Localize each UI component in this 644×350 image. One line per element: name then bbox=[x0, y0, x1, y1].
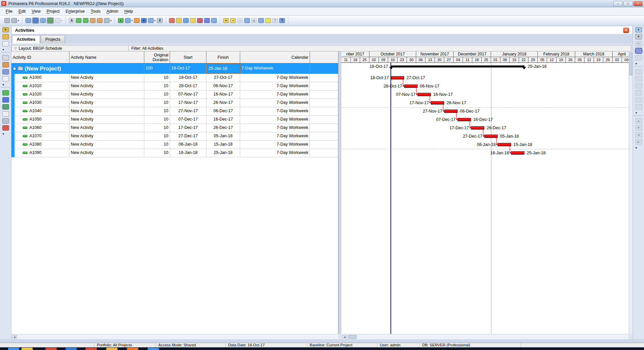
project-name-cell[interactable]: −(New Project) bbox=[11, 63, 144, 74]
activity-duration-cell[interactable]: 10 bbox=[144, 141, 170, 149]
select-mode-button[interactable] bbox=[47, 18, 53, 23]
activity-calendar-cell[interactable]: 7-Day Workweek bbox=[240, 74, 310, 82]
add-button[interactable]: + bbox=[635, 27, 642, 32]
risks-window-button[interactable] bbox=[2, 125, 9, 131]
activity-id-cell[interactable]: A1090 bbox=[15, 149, 69, 157]
close-button[interactable]: × bbox=[633, 1, 643, 6]
help-button[interactable]: ? bbox=[272, 18, 278, 23]
activity-name-cell[interactable]: New Activity bbox=[69, 107, 144, 116]
activity-duration-cell[interactable]: 10 bbox=[144, 107, 170, 116]
activity-id-cell[interactable]: A1010 bbox=[15, 82, 69, 91]
assign-resource-button[interactable] bbox=[635, 69, 642, 74]
projects-window-button[interactable] bbox=[2, 55, 9, 60]
activity-calendar-cell[interactable]: 7-Day Workweek bbox=[240, 149, 310, 157]
summary-empty-cell[interactable] bbox=[310, 63, 338, 74]
activity-start-cell[interactable]: 06-Jan-18 bbox=[170, 141, 206, 149]
group-sort-button[interactable]: ▾ bbox=[148, 18, 156, 23]
move-right-button[interactable]: ► bbox=[635, 139, 642, 145]
activity-bar[interactable] bbox=[404, 84, 418, 88]
collapse-arrow-icon[interactable]: ◄ bbox=[0, 48, 11, 51]
summary-duration-cell[interactable]: 100 bbox=[144, 63, 170, 74]
column-header-activity-id[interactable]: Activity ID▿ bbox=[11, 51, 69, 63]
copy-button[interactable] bbox=[635, 48, 642, 53]
activity-calendar-cell[interactable]: 7-Day Workweek bbox=[240, 124, 310, 132]
progress-spotlight-button[interactable] bbox=[190, 18, 196, 23]
gantt-horizontal-scrollbar[interactable]: ◄ bbox=[341, 334, 629, 339]
remove-assignment-button[interactable] bbox=[635, 83, 642, 89]
activity-finish-cell[interactable]: 26-Dec-17 bbox=[206, 124, 240, 132]
trace-logic-button[interactable] bbox=[183, 18, 189, 23]
scrollbar-thumb[interactable] bbox=[629, 52, 632, 75]
summary-finish-cell[interactable]: 25-Jan-18 bbox=[206, 63, 240, 74]
show-gantt-button[interactable] bbox=[32, 18, 39, 23]
activity-name-cell[interactable]: New Activity bbox=[69, 116, 144, 124]
taskbar-icon[interactable] bbox=[127, 348, 138, 350]
activity-bar[interactable] bbox=[418, 93, 431, 96]
activity-id-cell[interactable]: A1040 bbox=[15, 107, 69, 116]
activity-start-cell[interactable]: 17-Dec-17 bbox=[170, 124, 206, 132]
activity-calendar-cell[interactable]: 7-Day Workweek bbox=[240, 91, 310, 99]
resource-assignments-button[interactable] bbox=[204, 18, 210, 23]
taskbar-icon[interactable] bbox=[21, 348, 33, 350]
activity-bar[interactable] bbox=[431, 101, 444, 105]
paste-button[interactable] bbox=[635, 55, 642, 60]
scroll-left-arrow[interactable]: ◄ bbox=[12, 335, 17, 339]
resources-window-button[interactable] bbox=[2, 62, 9, 67]
activity-id-cell[interactable]: A1050 bbox=[15, 116, 69, 124]
activity-calendar-cell[interactable]: 7-Day Workweek bbox=[240, 116, 310, 124]
assign-predecessor-button[interactable] bbox=[635, 90, 642, 96]
activity-finish-cell[interactable]: 05-Jan-18 bbox=[206, 132, 240, 141]
activity-finish-cell[interactable]: 27-Oct-17 bbox=[206, 74, 240, 82]
timescale-button[interactable] bbox=[134, 18, 140, 23]
activity-finish-cell[interactable]: 25-Jan-18 bbox=[206, 149, 240, 157]
column-header-calendar[interactable]: Calendar bbox=[240, 51, 310, 63]
activity-empty-cell[interactable] bbox=[310, 124, 338, 132]
import-button[interactable] bbox=[2, 41, 9, 46]
activity-bar[interactable] bbox=[391, 76, 404, 79]
maximize-button[interactable]: □ bbox=[623, 1, 633, 6]
show-table-button[interactable] bbox=[25, 18, 31, 23]
move-down-button[interactable]: ▼ bbox=[635, 125, 642, 131]
menu-view[interactable]: View bbox=[29, 8, 44, 15]
activity-duration-cell[interactable]: 10 bbox=[144, 74, 170, 82]
cut-button[interactable]: ✂ bbox=[635, 41, 642, 46]
layout-selector[interactable]: ▽ Layout: BBGP-Schedule bbox=[12, 45, 129, 51]
table-horizontal-scrollbar[interactable]: ◄ bbox=[11, 334, 338, 339]
activity-finish-cell[interactable]: 26-Nov-17 bbox=[206, 99, 240, 107]
column-header-finish[interactable]: Finish bbox=[206, 51, 240, 63]
activity-start-cell[interactable]: 28-Oct-17 bbox=[170, 82, 206, 91]
close-view-button[interactable]: × bbox=[623, 28, 629, 33]
open-project-button[interactable] bbox=[2, 34, 9, 39]
activity-start-cell[interactable]: 07-Dec-17 bbox=[170, 116, 206, 124]
menu-tools[interactable]: Tools bbox=[88, 8, 104, 15]
taskbar-icon[interactable] bbox=[86, 348, 97, 350]
activity-finish-cell[interactable]: 15-Jan-18 bbox=[206, 141, 240, 149]
view-options-button[interactable]: ▾ bbox=[55, 18, 62, 23]
activity-calendar-cell[interactable]: 7-Day Workweek bbox=[240, 132, 310, 141]
activity-start-cell[interactable]: 07-Nov-17 bbox=[170, 91, 206, 99]
activity-name-cell[interactable]: New Activity bbox=[69, 99, 144, 107]
focus-button[interactable]: ◈ bbox=[251, 18, 257, 23]
activities-window-button[interactable] bbox=[2, 90, 9, 96]
activity-start-cell[interactable]: 17-Nov-17 bbox=[170, 99, 206, 107]
move-left-button[interactable]: ◄ bbox=[635, 132, 642, 138]
collapse-expand-box[interactable]: − bbox=[13, 67, 16, 70]
column-header-original-duration[interactable]: Original Duration bbox=[144, 51, 170, 63]
taskbar-icon[interactable] bbox=[148, 348, 159, 350]
collapse-arrow-icon[interactable]: ◄ bbox=[0, 83, 11, 86]
resource-spreadsheet-button[interactable] bbox=[169, 18, 175, 23]
activity-id-cell[interactable]: A1060 bbox=[15, 124, 69, 132]
activity-duration-cell[interactable]: 10 bbox=[144, 116, 170, 124]
activity-start-cell[interactable]: 27-Dec-17 bbox=[170, 132, 206, 141]
activity-empty-cell[interactable] bbox=[310, 149, 338, 157]
zoom-in-button[interactable]: + bbox=[223, 18, 229, 23]
summary-start-cell[interactable]: 18-Oct-17 bbox=[170, 63, 206, 74]
menu-project[interactable]: Project bbox=[44, 8, 63, 15]
menu-admin[interactable]: Admin bbox=[104, 8, 121, 15]
activity-bar[interactable] bbox=[511, 151, 524, 155]
work-products-window-button[interactable] bbox=[2, 111, 9, 117]
column-header-activity-name[interactable]: Activity Name bbox=[69, 51, 144, 63]
wbs-window-button[interactable] bbox=[2, 97, 9, 103]
activity-finish-cell[interactable]: 06-Dec-17 bbox=[206, 107, 240, 116]
columns-button[interactable]: ▾ bbox=[125, 18, 133, 23]
